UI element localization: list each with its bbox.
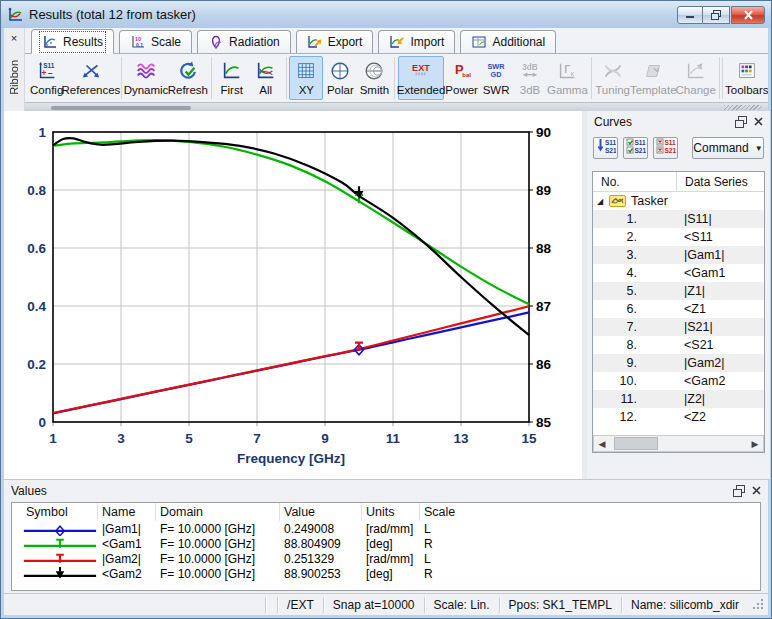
chart-plot[interactable]: 1357911131500.20.40.60.81858687888990Fre… <box>4 111 582 479</box>
float-panel-icon[interactable] <box>731 484 746 498</box>
dynamic-button[interactable]: Dynamic <box>124 56 167 100</box>
float-panel-icon[interactable] <box>733 115 748 129</box>
svg-text:Frequency [GHz]: Frequency [GHz] <box>237 451 345 466</box>
close-button[interactable] <box>731 6 765 24</box>
expand-triangle-icon[interactable]: ◢ <box>597 197 607 206</box>
item-number: 3. <box>593 248 677 262</box>
series-symbol <box>22 537 98 551</box>
client-area: 1357911131500.20.40.60.81858687888990Fre… <box>4 111 768 479</box>
curves-panel-title: Curves <box>594 115 730 129</box>
toolbar-separator <box>286 57 287 99</box>
scroll-right-icon[interactable]: ▶ <box>747 436 763 451</box>
curves-panel: Curves S11S21S11S21S11S21 Command ▼ No. … <box>587 111 770 479</box>
list-item[interactable]: 5.|Z1| <box>593 282 764 300</box>
list-item[interactable]: 9.|Gam2| <box>593 354 764 372</box>
polar-button[interactable]: Polar <box>323 56 357 100</box>
toolbars-button[interactable]: Toolbars <box>726 56 768 100</box>
list-item[interactable]: 8.<S21 <box>593 336 764 354</box>
first-button[interactable]: First <box>215 56 249 100</box>
scroll-thumb[interactable] <box>614 437 658 450</box>
svg-text:GD: GD <box>491 70 502 79</box>
list-item[interactable]: 12.<Z2 <box>593 408 764 426</box>
radiation-icon <box>208 34 224 50</box>
close-panel-icon[interactable] <box>751 115 766 129</box>
tree-root-tasker[interactable]: ◢ Tasker <box>593 192 764 210</box>
toolbar-button-label: Dynamic <box>124 84 169 96</box>
svg-text:1: 1 <box>38 125 46 140</box>
item-name: |Gam2| <box>677 356 764 370</box>
smith-button[interactable]: Smith <box>357 56 391 100</box>
tab-results[interactable]: Results <box>31 29 114 54</box>
plot-s-params-button[interactable]: S11S21 <box>593 137 618 159</box>
list-item[interactable]: 11.|Z2| <box>593 390 764 408</box>
config-button[interactable]: S11+−Config <box>29 56 64 100</box>
scroll-left-icon[interactable]: ◀ <box>594 436 610 451</box>
toolbar-button-label: Toolbars <box>725 84 768 96</box>
swr-button[interactable]: SWRGDSWR <box>479 56 513 100</box>
toolbar-separator <box>591 57 592 99</box>
list-item[interactable]: 2.<S11 <box>593 228 764 246</box>
tab-label: Results <box>63 35 103 49</box>
list-item[interactable]: 10.<Gam2 <box>593 372 764 390</box>
gamma-button: ΓκGamma <box>547 56 588 100</box>
table-row: <Gam1F= 10.0000 [GHz]88.804909[deg]R <box>12 536 760 551</box>
references-button[interactable]: References <box>64 56 117 100</box>
extended-button[interactable]: EXTExtended <box>398 56 444 100</box>
item-number: 9. <box>593 356 677 370</box>
list-item[interactable]: 3.|Gam1| <box>593 246 764 264</box>
tab-radiation[interactable]: Radiation <box>197 30 291 53</box>
item-number: 12. <box>593 410 677 424</box>
toolbar-button-label: Config <box>30 84 63 96</box>
values-rows: |Gam1|F= 10.0000 [GHz]0.249008[rad/mm]L<… <box>12 521 760 581</box>
svg-text:0: 0 <box>38 415 46 430</box>
xy-button[interactable]: XY <box>289 56 323 100</box>
list-item[interactable]: 6.<Z1 <box>593 300 764 318</box>
ribbon-close-button[interactable]: × <box>7 32 21 46</box>
cell-units: [deg] <box>362 567 420 581</box>
curves-toolbar: S11S21S11S21S11S21 Command ▼ <box>587 132 770 163</box>
minimize-button[interactable] <box>677 6 703 24</box>
svg-text:S21: S21 <box>664 147 676 154</box>
tab-additional[interactable]: Additional <box>460 30 556 53</box>
gamma-icon: Γκ <box>555 58 579 84</box>
tab-content: Results <box>42 34 103 50</box>
list-item[interactable]: 1.|S11| <box>593 210 764 228</box>
scroll-track[interactable] <box>610 436 747 451</box>
cell-units: [deg] <box>362 537 420 551</box>
column-units: Units <box>362 503 420 521</box>
svg-text:9: 9 <box>321 431 329 446</box>
import-icon <box>389 34 405 50</box>
toolbar-button-label: Refresh <box>168 84 208 96</box>
list-item[interactable]: 4.<Gam1 <box>593 264 764 282</box>
ribbon-resize-grip[interactable] <box>724 105 762 110</box>
command-dropdown[interactable]: Command ▼ <box>692 137 764 159</box>
tab-import[interactable]: Import <box>378 30 455 53</box>
all-button[interactable]: All <box>249 56 283 100</box>
toolbar-separator <box>211 57 212 99</box>
uncheck-s-params-button[interactable]: S11S21 <box>653 137 678 159</box>
export-icon <box>307 34 323 50</box>
smith-icon <box>362 58 386 84</box>
ribbon-toolbar: S11+−ConfigReferencesDynamicRefreshFirst… <box>25 54 768 102</box>
ribbon-scroll-thumb[interactable] <box>51 106 191 110</box>
status-cell: Ppos: SK1_TEMPL <box>499 597 621 613</box>
tab-scale[interactable]: 100.1Scale <box>119 30 192 53</box>
cell-value: 0.251329 <box>280 552 362 566</box>
tab-content: Import <box>389 34 444 50</box>
tree-root-label: Tasker <box>631 194 668 208</box>
svg-text:S11: S11 <box>634 139 646 146</box>
maximize-button[interactable] <box>703 6 730 24</box>
svg-text:89: 89 <box>536 183 551 198</box>
toolbar-button-label: SWR <box>483 84 510 96</box>
tab-export[interactable]: Export <box>296 30 374 53</box>
svg-text:κ: κ <box>571 70 575 77</box>
check-s-params-button[interactable]: S11S21 <box>623 137 648 159</box>
item-name: |S21| <box>677 320 764 334</box>
power-button[interactable]: PbalPower <box>444 56 479 100</box>
cell-units: [rad/mm] <box>362 522 420 536</box>
polar-icon <box>328 58 352 84</box>
list-item[interactable]: 7.|S21| <box>593 318 764 336</box>
refresh-button[interactable]: Refresh <box>168 56 208 100</box>
close-panel-icon[interactable] <box>749 484 764 498</box>
resize-grip[interactable] <box>750 596 768 614</box>
